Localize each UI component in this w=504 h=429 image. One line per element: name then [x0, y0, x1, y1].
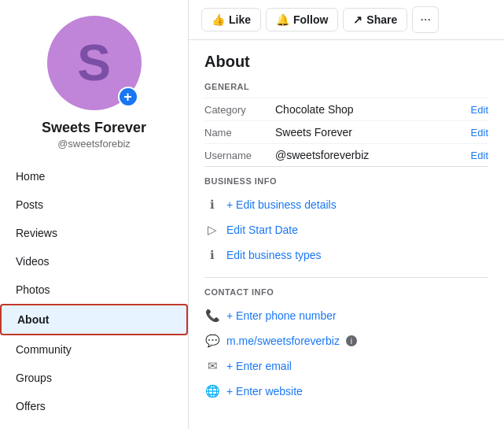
edit-business-types-button[interactable]: ℹ Edit business types	[204, 242, 488, 268]
edit-start-date-label: Edit Start Date	[226, 224, 298, 236]
general-heading: GENERAL	[204, 82, 488, 91]
name-row: Name Sweets Forever Edit	[204, 120, 488, 143]
follow-button[interactable]: 🔔 Follow	[266, 8, 338, 31]
enter-phone-label: + Enter phone number	[226, 309, 337, 322]
messenger-icon: 💬	[204, 333, 220, 349]
sidebar-item-offers[interactable]: Offers	[0, 392, 188, 420]
more-icon: ···	[421, 13, 431, 27]
share-icon: ↗	[353, 13, 362, 26]
contact-info-heading: CONTACT INFO	[204, 287, 488, 297]
website-icon: 🌐	[204, 383, 220, 399]
sidebar-item-groups[interactable]: Groups	[0, 364, 188, 392]
sidebar-item-community[interactable]: Community	[0, 335, 188, 364]
category-value: Chocolate Shop	[275, 103, 471, 116]
category-edit-button[interactable]: Edit	[471, 104, 488, 116]
business-info-section: ℹ + Edit business details ▷ Edit Start D…	[204, 192, 488, 278]
page-username: @sweetsforebiz	[57, 138, 131, 150]
name-edit-button[interactable]: Edit	[471, 127, 488, 139]
sidebar-item-home[interactable]: Home	[0, 162, 188, 190]
like-button[interactable]: 👍 Like	[201, 8, 261, 31]
name-label: Name	[204, 127, 275, 139]
enter-email-button[interactable]: ✉ + Enter email	[204, 353, 488, 379]
calendar-icon: ▷	[204, 222, 220, 238]
action-bar: 👍 Like 🔔 Follow ↗ Share ···	[189, 0, 504, 40]
about-title: About	[204, 53, 488, 71]
like-label: Like	[229, 13, 251, 26]
name-value: Sweets Forever	[275, 126, 471, 139]
more-button[interactable]: ···	[412, 6, 439, 33]
content-area: 👍 Like 🔔 Follow ↗ Share ··· About GENERA…	[189, 0, 504, 429]
nav-list: HomePostsReviewsVideosPhotosAboutCommuni…	[0, 162, 188, 420]
info-icon-1: ℹ	[204, 197, 220, 213]
like-icon: 👍	[212, 13, 225, 26]
sidebar: S + Sweets Forever @sweetsforebiz HomePo…	[0, 0, 189, 429]
category-label: Category	[204, 104, 275, 116]
add-photo-button[interactable]: +	[118, 87, 138, 107]
info-badge: i	[346, 335, 357, 346]
business-info-heading: BUSINESS INFO	[204, 176, 488, 186]
follow-label: Follow	[293, 13, 328, 26]
general-info-table: Category Chocolate Shop Edit Name Sweets…	[204, 98, 488, 167]
sidebar-item-about[interactable]: About	[0, 304, 188, 335]
edit-start-date-button[interactable]: ▷ Edit Start Date	[204, 217, 488, 242]
enter-website-button[interactable]: 🌐 + Enter website	[204, 379, 488, 404]
share-button[interactable]: ↗ Share	[343, 8, 407, 31]
page-name: Sweets Forever	[42, 120, 146, 136]
enter-phone-button[interactable]: 📞 + Enter phone number	[204, 303, 488, 328]
contact-section: 📞 + Enter phone number 💬 m.me/sweetsfore…	[204, 303, 488, 404]
avatar-container: S +	[47, 16, 142, 110]
info-icon-2: ℹ	[204, 247, 220, 263]
messenger-link-label: m.me/sweetsforeverbiz i	[226, 335, 357, 347]
username-label: Username	[204, 150, 275, 161]
sidebar-item-photos[interactable]: Photos	[0, 276, 188, 304]
sidebar-item-posts[interactable]: Posts	[0, 190, 188, 219]
category-row: Category Chocolate Shop Edit	[204, 98, 488, 120]
follow-icon: 🔔	[276, 13, 289, 26]
sidebar-item-reviews[interactable]: Reviews	[0, 219, 188, 247]
username-value: @sweetsforeverbiz	[275, 149, 471, 161]
enter-email-label: + Enter email	[226, 360, 292, 372]
phone-icon: 📞	[204, 308, 220, 324]
avatar-letter: S	[77, 34, 111, 92]
about-section: About GENERAL Category Chocolate Shop Ed…	[189, 40, 504, 429]
email-icon: ✉	[204, 358, 220, 374]
username-row: Username @sweetsforeverbiz Edit	[204, 143, 488, 166]
edit-business-details-label: + Edit business details	[226, 198, 337, 211]
sidebar-item-videos[interactable]: Videos	[0, 247, 188, 276]
enter-website-label: + Enter website	[226, 385, 303, 398]
messenger-link[interactable]: 💬 m.me/sweetsforeverbiz i	[204, 328, 488, 353]
username-edit-button[interactable]: Edit	[471, 150, 488, 161]
share-label: Share	[366, 13, 397, 26]
edit-business-details-button[interactable]: ℹ + Edit business details	[204, 192, 488, 217]
edit-business-types-label: Edit business types	[226, 249, 322, 261]
